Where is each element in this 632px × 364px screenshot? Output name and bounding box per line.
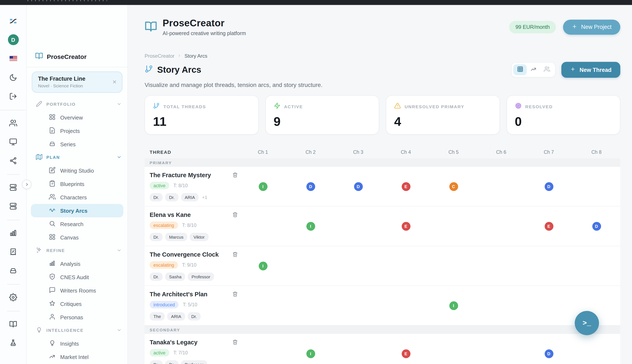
chapter-marker[interactable]: E xyxy=(402,222,410,230)
clipboard-icon xyxy=(49,180,56,188)
share-icon[interactable] xyxy=(6,154,20,167)
server-icon[interactable] xyxy=(6,199,20,213)
log-out-icon[interactable] xyxy=(6,90,20,103)
trend-icon xyxy=(530,66,537,74)
us-flag-icon[interactable] xyxy=(10,56,17,61)
nav-section-portfolio[interactable]: PORTFOLIO xyxy=(27,98,128,111)
group-band-secondary: SECONDARY xyxy=(144,326,620,334)
logo-icon[interactable] xyxy=(6,14,20,28)
sidebar-item-overview[interactable]: Overview xyxy=(31,111,123,124)
thread-row[interactable]: Elena vs KaneescalatingT: 8/10Dr.MarcusV… xyxy=(144,206,620,246)
thread-row[interactable]: The Fracture MysteryactiveT: 8/10Dr.Dr.A… xyxy=(144,167,620,206)
sidebar-item-label: Story Arcs xyxy=(60,208,88,214)
chapter-marker[interactable]: E xyxy=(544,222,553,230)
chapter-marker[interactable]: D xyxy=(544,182,553,191)
book-open-icon[interactable] xyxy=(6,317,20,330)
terminal-button[interactable]: >_ xyxy=(575,311,599,335)
app-tagline: AI-powered creative writing platform xyxy=(162,30,246,36)
drawer-icon[interactable] xyxy=(6,264,20,277)
nav-section-plan[interactable]: PLAN xyxy=(27,151,128,164)
stat-label: UNRESOLVED PRIMARY xyxy=(404,104,464,109)
grid-icon xyxy=(49,234,56,241)
view-users-button[interactable] xyxy=(540,64,554,75)
active-project-card[interactable]: The Fracture Line Novel · Science Fictio… xyxy=(32,72,122,93)
chapter-marker[interactable]: I xyxy=(306,349,315,358)
flask-icon[interactable] xyxy=(6,336,20,349)
chapter-marker[interactable]: I xyxy=(306,222,315,230)
sidebar-item-story-arcs[interactable]: Story Arcs xyxy=(31,204,123,217)
us-flag-icon[interactable] xyxy=(6,52,20,65)
sidebar-item-characters[interactable]: Characters xyxy=(31,190,123,204)
chapter-marker[interactable]: E xyxy=(402,349,410,358)
sidebar-item-critiques[interactable]: Critiques xyxy=(31,297,123,310)
monitor-icon[interactable] xyxy=(6,135,20,148)
thread-row[interactable]: The Architect's PlanintroducedT: 5/10The… xyxy=(144,286,620,326)
sidebar-item-insights[interactable]: Insights xyxy=(31,337,123,350)
book-open-icon xyxy=(144,20,157,34)
sidebar-item-label: Blueprints xyxy=(60,181,84,187)
app-identity: ProseCreator AI-powered creative writing… xyxy=(144,18,246,36)
nav-section-label: INTELLIGENCE xyxy=(46,328,84,333)
bar-chart-icon[interactable] xyxy=(6,226,20,240)
sidebar-item-analysis[interactable]: Analysis xyxy=(31,257,123,270)
chapter-marker[interactable]: E xyxy=(402,182,410,191)
status-badge: introduced xyxy=(150,301,179,308)
character-tag: Dr. xyxy=(150,360,163,364)
sidebar-item-cnes-audit[interactable]: CNES Audit xyxy=(31,270,123,284)
chapter-marker[interactable]: I xyxy=(258,262,267,270)
thread-title: Tanaka's Legacy xyxy=(150,339,239,346)
nav-section-intelligence[interactable]: INTELLIGENCE xyxy=(27,324,128,337)
chapter-marker[interactable]: I xyxy=(449,301,458,310)
chapter-marker[interactable]: D xyxy=(544,349,553,358)
chapter-marker[interactable]: D xyxy=(592,222,601,230)
sidebar-item-writers-rooms[interactable]: Writers Rooms xyxy=(31,284,123,297)
nav-section-refine[interactable]: REFINE xyxy=(27,244,128,257)
moon-icon[interactable] xyxy=(6,71,20,84)
sidebar-item-canvas[interactable]: Canvas xyxy=(31,231,123,244)
nav-section-label: PLAN xyxy=(46,155,60,160)
settings-icon[interactable] xyxy=(6,290,20,304)
column-header-chapter: Ch 3 xyxy=(334,150,382,155)
avatar-icon[interactable]: D xyxy=(6,33,20,46)
chapter-marker[interactable]: I xyxy=(258,182,267,191)
star-icon xyxy=(49,300,56,308)
divider xyxy=(7,284,20,284)
view-trend-button[interactable] xyxy=(527,64,540,75)
sidebar-item-market-intel[interactable]: Market Intel xyxy=(31,350,123,364)
trash-icon[interactable] xyxy=(232,172,238,179)
trash-icon[interactable] xyxy=(232,212,238,219)
sidebar-item-personas[interactable]: Personas xyxy=(31,310,123,324)
page-subtitle: Visualize and manage plot threads, tensi… xyxy=(144,82,620,88)
new-project-button[interactable]: New Project xyxy=(563,20,620,34)
chevron-down-icon xyxy=(116,328,122,333)
sidebar-item-series[interactable]: Series xyxy=(31,138,123,151)
thread-table: THREADCh 1Ch 2Ch 3Ch 4Ch 5Ch 6Ch 7Ch 8 P… xyxy=(144,146,620,364)
group-band-primary: PRIMARY xyxy=(144,158,620,167)
stat-value: 11 xyxy=(153,114,250,129)
trash-icon[interactable] xyxy=(232,251,238,259)
trash-icon[interactable] xyxy=(232,339,238,346)
sidebar-expand-button[interactable] xyxy=(22,180,31,189)
divider xyxy=(7,174,20,175)
trash-icon[interactable] xyxy=(232,291,238,298)
chapter-marker[interactable]: D xyxy=(354,182,362,191)
thread-title: The Fracture Mystery xyxy=(150,172,239,178)
breadcrumb-item[interactable]: ProseCreator xyxy=(144,53,174,59)
thread-row[interactable]: Tanaka's LegacyactiveT: 7/10Dr.Dr.Profes… xyxy=(144,334,620,364)
chapter-marker[interactable]: C xyxy=(449,182,458,191)
sidebar-item-projects[interactable]: Projects xyxy=(31,124,123,138)
character-tag: Dr. xyxy=(150,272,163,281)
new-thread-button[interactable]: New Thread xyxy=(562,62,620,78)
users-icon[interactable] xyxy=(6,116,20,130)
thread-row[interactable]: The Convergence ClockescalatingT: 9/10Dr… xyxy=(144,246,620,286)
avatar[interactable]: D xyxy=(8,34,18,45)
sidebar-item-label: Writers Rooms xyxy=(60,287,96,294)
view-grid3-button[interactable] xyxy=(514,64,527,75)
server-icon[interactable] xyxy=(6,180,20,194)
sidebar-item-research[interactable]: Research xyxy=(31,217,123,231)
sidebar-item-blueprints[interactable]: Blueprints xyxy=(31,177,123,190)
receipt-icon[interactable] xyxy=(6,245,20,258)
close-icon[interactable] xyxy=(112,80,117,84)
chapter-marker[interactable]: D xyxy=(306,182,315,191)
sidebar-item-writing-studio[interactable]: Writing Studio xyxy=(31,164,123,177)
